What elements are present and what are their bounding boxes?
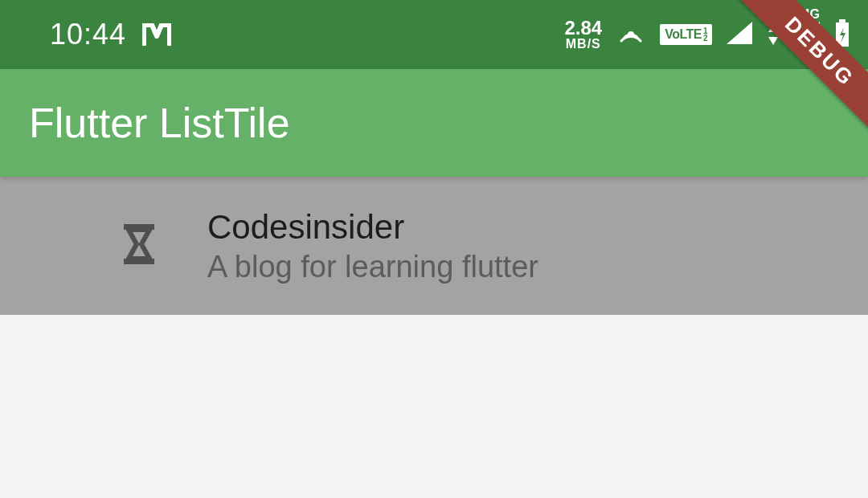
- volte-sub: 12: [703, 27, 707, 42]
- network-speed: 2.84 MB/S: [564, 18, 602, 51]
- status-bar: 10:44 2.84 MB/S VoLTE 12: [0, 0, 868, 69]
- volte-label: VoLTE: [665, 27, 702, 42]
- status-left: 10:44: [50, 18, 171, 51]
- tile-title: Codesinsider: [207, 208, 538, 247]
- app-bar: Flutter ListTile: [0, 69, 868, 177]
- tile-subtitle: A blog for learning flutter: [207, 250, 538, 284]
- list-tile[interactable]: Codesinsider A blog for learning flutter: [0, 177, 868, 315]
- app-title: Flutter ListTile: [29, 99, 290, 147]
- tile-text: Codesinsider A blog for learning flutter: [207, 208, 538, 284]
- volte-badge: VoLTE 12: [660, 24, 712, 45]
- speed-unit: MB/S: [566, 38, 601, 51]
- svg-rect-1: [839, 19, 845, 22]
- status-time: 10:44: [50, 18, 126, 51]
- brand-m-icon: [142, 23, 171, 46]
- speed-value: 2.84: [564, 18, 602, 38]
- signal-icon-1: [727, 22, 752, 47]
- hourglass-icon: [121, 222, 158, 269]
- hotspot-icon: [616, 18, 645, 51]
